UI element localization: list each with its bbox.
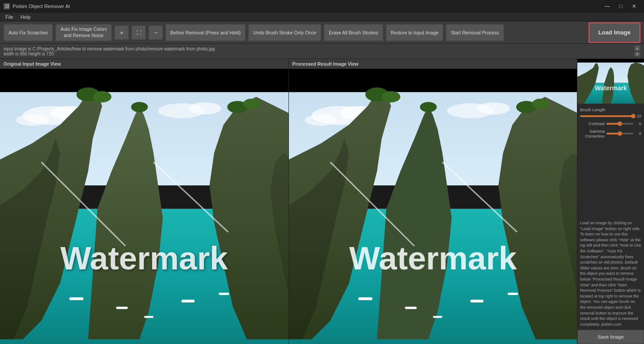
- maximize-button[interactable]: □: [614, 2, 627, 11]
- brush-length-track[interactable]: [580, 115, 633, 117]
- svg-rect-26: [289, 69, 577, 92]
- original-scene-svg: Watermark: [0, 69, 288, 344]
- erase-all-button[interactable]: Erase All Brush Strokes: [324, 24, 383, 41]
- app-title: Pixbim Object Remover AI: [13, 4, 70, 9]
- svg-point-40: [381, 91, 400, 102]
- contrast-row: Contrast 0: [580, 121, 641, 126]
- svg-point-17: [243, 99, 260, 109]
- svg-rect-44: [358, 298, 372, 300]
- right-sidebar: Watermark Brush Length 10 Contrast: [577, 59, 644, 344]
- thumbnail-area: Watermark: [577, 59, 644, 104]
- processed-panel-header: Processed Result Image View: [289, 59, 577, 69]
- svg-point-15: [131, 102, 148, 112]
- scroll-up-button[interactable]: ▲: [634, 46, 640, 51]
- processed-image: Watermark: [289, 69, 577, 344]
- svg-rect-0: [0, 69, 288, 92]
- gamma-thumb[interactable]: [618, 131, 622, 136]
- processed-panel: Processed Result Image View: [289, 59, 577, 344]
- toolbar: Auto Fix Scratches Auto Fix Image Colors…: [0, 21, 644, 44]
- start-removal-button[interactable]: Start Removal Process: [446, 24, 504, 41]
- gamma-label: Gamma Correction: [580, 129, 605, 139]
- brush-length-row: 10: [580, 114, 641, 118]
- contrast-label: Contrast: [580, 121, 605, 126]
- zoom-out-button[interactable]: −: [148, 25, 163, 40]
- brush-length-label: Brush Length: [580, 107, 641, 112]
- contrast-track[interactable]: [606, 123, 633, 125]
- panels-row: Original Input Image View: [0, 59, 577, 344]
- svg-rect-47: [508, 293, 518, 295]
- svg-rect-48: [433, 316, 442, 318]
- restore-input-button[interactable]: Restore to Input Image: [386, 24, 444, 41]
- processed-panel-content[interactable]: Watermark: [289, 69, 577, 344]
- title-bar: 🖼 Pixbim Object Remover AI — □ ✕: [0, 0, 644, 13]
- svg-rect-46: [470, 300, 483, 302]
- original-image: Watermark: [0, 69, 288, 344]
- title-bar-left: 🖼 Pixbim Object Remover AI: [4, 3, 70, 9]
- info-text: input image is C:/Projects_Articles/how …: [4, 46, 631, 56]
- gamma-track[interactable]: [606, 133, 633, 134]
- minimize-button[interactable]: —: [601, 2, 614, 11]
- close-button[interactable]: ✕: [628, 2, 640, 11]
- sliders-area: Brush Length 10 Contrast 0 Gamma Correc: [577, 104, 644, 218]
- original-panel-header: Original Input Image View: [0, 59, 288, 69]
- brush-length-thumb[interactable]: [631, 114, 636, 118]
- save-image-button[interactable]: Save Image: [577, 330, 644, 344]
- undo-brush-button[interactable]: Undo Brush Stroke Only Once: [248, 24, 321, 41]
- thumbnail-svg: Watermark: [577, 59, 644, 104]
- load-image-button[interactable]: Load Image: [589, 22, 640, 43]
- svg-text:Watermark: Watermark: [60, 240, 228, 276]
- svg-text:Watermark: Watermark: [349, 240, 517, 276]
- thumbnail-scene: Watermark: [577, 59, 644, 104]
- help-text-content: Load an image by clicking on "Load Image…: [580, 221, 641, 327]
- scroll-down-button[interactable]: ▼: [634, 51, 640, 57]
- help-menu[interactable]: Help: [17, 13, 34, 21]
- info-line1: input image is C:/Projects_Articles/how …: [4, 46, 631, 51]
- brush-length-fill: [580, 115, 633, 117]
- help-text: Load an image by clicking on "Load Image…: [577, 218, 644, 330]
- svg-point-30: [305, 114, 337, 126]
- app-icon: 🖼: [4, 3, 10, 9]
- contrast-value: 0: [635, 122, 641, 126]
- svg-text:Watermark: Watermark: [595, 84, 627, 92]
- main-area: Original Input Image View: [0, 59, 644, 344]
- svg-point-41: [420, 102, 437, 112]
- svg-rect-45: [405, 306, 416, 309]
- svg-point-14: [93, 91, 111, 102]
- original-panel-content[interactable]: Watermark: [0, 69, 288, 344]
- window-controls: — □ ✕: [601, 2, 640, 11]
- info-bar: input image is C:/Projects_Articles/how …: [0, 44, 644, 59]
- zoom-fit-button[interactable]: ⛶: [131, 25, 146, 40]
- image-panels: Original Input Image View: [0, 59, 577, 344]
- svg-rect-21: [219, 293, 229, 295]
- contrast-thumb[interactable]: [618, 122, 622, 126]
- svg-point-43: [532, 99, 549, 109]
- svg-rect-22: [144, 316, 153, 318]
- brush-length-value: 10: [635, 114, 641, 118]
- gamma-value: 0: [635, 131, 641, 136]
- zoom-in-button[interactable]: +: [114, 25, 129, 40]
- auto-fix-colors-button[interactable]: Auto Fix Image Colors and Remove Noise: [55, 24, 112, 41]
- processed-scene-svg: Watermark: [289, 69, 577, 344]
- before-removal-button[interactable]: Before Removal (Press and Hold): [165, 24, 246, 41]
- file-menu[interactable]: File: [2, 13, 17, 21]
- svg-point-32: [477, 102, 510, 114]
- auto-fix-scratches-button[interactable]: Auto Fix Scratches: [4, 24, 53, 41]
- svg-point-4: [16, 114, 48, 126]
- svg-rect-19: [116, 306, 128, 309]
- svg-rect-18: [69, 298, 83, 300]
- original-panel: Original Input Image View: [0, 59, 289, 344]
- svg-rect-20: [182, 300, 195, 302]
- menu-bar: File Help: [0, 13, 644, 21]
- gamma-row: Gamma Correction 0: [580, 129, 641, 139]
- svg-point-6: [188, 102, 221, 114]
- info-line2: width is 960 height is 720: [4, 51, 631, 56]
